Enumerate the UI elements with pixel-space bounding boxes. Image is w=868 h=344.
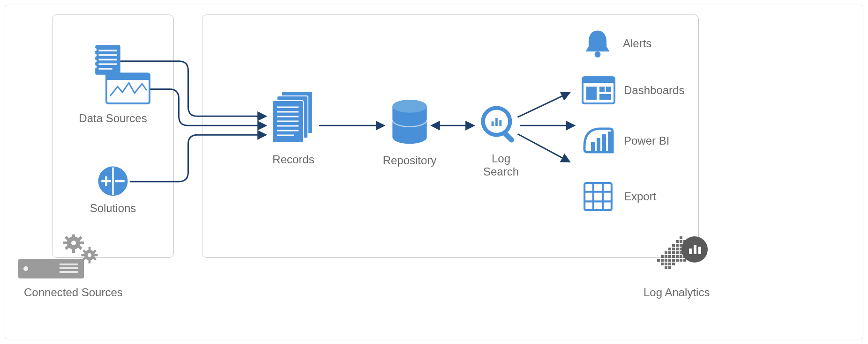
database-icon [388,99,431,150]
svg-rect-47 [597,138,600,151]
alerts-label: Alerts [623,37,651,50]
node-records: Records [263,88,324,166]
svg-rect-7 [99,54,117,56]
svg-rect-43 [599,87,605,92]
svg-rect-90 [676,248,679,250]
dashboards-label: Dashboards [624,84,684,97]
svg-rect-68 [81,254,85,256]
svg-rect-77 [60,263,78,265]
svg-point-64 [71,241,76,245]
svg-rect-115 [672,263,675,265]
svg-rect-94 [672,251,675,254]
svg-rect-57 [72,249,75,253]
log-search-label: Log Search [473,152,529,178]
connected-sources-label: Connected Sources [24,286,123,299]
solutions-icon [96,164,130,198]
node-repository: Repository [384,99,435,167]
svg-rect-121 [698,247,701,254]
svg-rect-67 [89,260,91,263]
node-export: Export [583,181,656,212]
svg-rect-95 [676,251,679,254]
svg-rect-88 [668,248,671,250]
svg-rect-35 [492,121,494,126]
svg-rect-109 [676,259,679,262]
node-alerts: Alerts [582,28,651,59]
grid-icon [583,181,614,212]
svg-point-76 [23,266,28,271]
svg-rect-113 [665,263,667,265]
svg-rect-120 [694,245,696,254]
svg-rect-56 [72,234,75,237]
svg-rect-66 [89,247,91,250]
svg-rect-111 [683,259,686,262]
svg-point-14 [94,66,97,68]
svg-rect-49 [608,132,612,151]
repository-label: Repository [383,154,437,167]
svg-rect-106 [665,259,667,262]
svg-rect-119 [689,249,692,254]
solutions-label: Solutions [90,202,136,215]
svg-rect-81 [676,240,679,243]
svg-rect-89 [672,248,675,250]
svg-rect-80 [680,236,682,239]
svg-rect-97 [661,255,664,258]
svg-rect-16 [106,73,150,80]
svg-rect-85 [676,244,679,247]
svg-rect-116 [665,266,667,269]
svg-rect-48 [602,134,606,151]
svg-rect-69 [94,254,98,256]
svg-rect-107 [668,259,671,262]
svg-rect-10 [99,68,112,70]
svg-rect-50 [584,183,612,210]
server-icon [18,234,107,283]
node-data-sources: Data Sources [75,42,150,125]
svg-rect-44 [606,87,611,92]
svg-rect-6 [99,50,117,51]
svg-rect-84 [672,244,675,247]
svg-rect-100 [672,255,675,258]
svg-point-39 [595,51,601,58]
records-icon [268,88,319,149]
svg-rect-36 [495,118,498,126]
svg-rect-114 [668,263,671,265]
svg-rect-79 [60,271,78,273]
svg-point-33 [392,100,427,113]
svg-point-74 [88,253,91,257]
powerbi-label: Power BI [624,134,669,147]
svg-rect-41 [583,77,614,83]
export-label: Export [624,190,656,203]
svg-rect-102 [680,255,682,258]
svg-rect-38 [502,131,515,144]
log-analytics-label: Log Analytics [644,286,710,299]
svg-rect-78 [60,267,78,269]
svg-rect-93 [668,251,671,254]
log-analytics-logo [654,234,711,283]
dashboard-icon [582,76,615,104]
svg-rect-117 [668,266,671,269]
svg-rect-99 [668,255,671,258]
svg-point-12 [94,54,97,57]
magnifier-chart-icon [479,103,524,148]
svg-rect-82 [680,240,682,243]
svg-rect-92 [665,251,667,254]
chart-card-icon [105,73,150,104]
records-label: Records [272,153,314,166]
data-sources-label: Data Sources [79,112,147,125]
bell-icon [582,28,614,59]
node-powerbi: Power BI [582,126,669,156]
svg-rect-112 [661,263,664,265]
svg-rect-98 [665,255,667,258]
diagram-canvas: Data Sources Solutions [5,5,863,339]
powerbi-icon [582,126,615,156]
svg-rect-101 [676,255,679,258]
svg-rect-42 [586,87,597,100]
svg-rect-8 [99,59,117,61]
svg-rect-110 [680,259,682,262]
node-solutions: Solutions [90,164,136,215]
svg-rect-37 [499,120,501,126]
svg-rect-105 [661,259,664,262]
svg-rect-108 [672,259,675,262]
svg-rect-46 [591,142,595,151]
svg-rect-9 [99,63,117,65]
node-dashboards: Dashboards [582,76,684,104]
